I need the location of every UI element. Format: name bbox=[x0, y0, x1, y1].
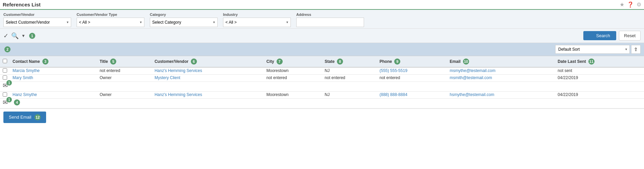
person-search-icon[interactable]: 🔍 bbox=[11, 32, 19, 40]
search-button-label: Search bbox=[596, 33, 610, 38]
row-title-1: Owner bbox=[97, 75, 152, 82]
customer-vendor-link-0[interactable]: Hanz's Hemming Services bbox=[155, 68, 202, 73]
table-row: Marcia Smythe not entered Hanz's Hemming… bbox=[0, 67, 644, 75]
row-email-2: hsmythe@testemail.com bbox=[447, 92, 555, 99]
sort-direction-button[interactable]: ⇧ bbox=[631, 45, 641, 54]
customer-vendor-type-select-wrapper: < All > bbox=[77, 18, 144, 27]
reset-button[interactable]: Reset bbox=[619, 31, 641, 41]
address-input[interactable] bbox=[296, 18, 364, 27]
th-customer-vendor: Customer/Vendor 6 bbox=[152, 56, 264, 68]
customer-vendor-type-select[interactable]: < All > bbox=[77, 18, 144, 27]
page-footer: Send Email 12 bbox=[0, 108, 644, 126]
th-contact-name: Contact Name 3 bbox=[10, 56, 97, 68]
row-contact-name-0: Marcia Smythe bbox=[10, 67, 97, 75]
industry-select-wrapper: < All > bbox=[223, 18, 291, 27]
th-badge-5: 5 bbox=[110, 58, 116, 65]
row-customer-vendor-0: Hanz's Hemming Services bbox=[152, 67, 264, 75]
table-row: Hanz Smythe Owner Hanz's Hemming Service… bbox=[0, 92, 644, 99]
send-email-label: Send Email bbox=[9, 115, 31, 120]
category-select-wrapper: Select Category bbox=[150, 18, 218, 27]
th-state: State 8 bbox=[322, 56, 377, 68]
row-email-0: msmythe@testemail.com bbox=[447, 67, 555, 75]
customer-vendor-type-label: Customer/Vendor Type bbox=[77, 13, 144, 17]
email-icon-row: ✉ 1 bbox=[0, 82, 644, 92]
th-city: City 7 bbox=[264, 56, 322, 68]
email-link-1[interactable]: msmith@testemail.com bbox=[450, 75, 492, 80]
th-contact-name-label: Contact Name bbox=[13, 59, 40, 64]
row-phone-0: (555) 555-5519 bbox=[377, 67, 447, 75]
email-link-0[interactable]: msmythe@testemail.com bbox=[450, 68, 496, 73]
address-filter: Address bbox=[296, 13, 364, 27]
customer-vendor-select[interactable]: Select Customer/Vendor bbox=[3, 18, 71, 27]
industry-select[interactable]: < All > bbox=[223, 18, 291, 27]
phone-link-2[interactable]: (888) 888-8884 bbox=[380, 92, 407, 97]
th-badge-8: 8 bbox=[337, 58, 343, 65]
customer-vendor-select-wrapper: Select Customer/Vendor bbox=[3, 18, 71, 27]
row-date-last-sent-2: 04/22/2019 bbox=[555, 92, 644, 99]
customer-vendor-label: Customer/Vendor bbox=[3, 13, 71, 17]
row-customer-vendor-1: Mystery Client bbox=[152, 75, 264, 82]
th-title-label: Title bbox=[100, 59, 108, 64]
phone-link-0[interactable]: (555) 555-5519 bbox=[380, 68, 407, 73]
contact-name-link-0[interactable]: Marcia Smythe bbox=[13, 68, 40, 73]
star-icon[interactable]: ★ bbox=[620, 1, 624, 8]
th-state-label: State bbox=[325, 59, 335, 64]
customer-vendor-filter: Customer/Vendor Select Customer/Vendor bbox=[3, 13, 71, 27]
select-all-checkbox[interactable] bbox=[3, 59, 7, 63]
th-badge-7: 7 bbox=[277, 58, 283, 65]
customer-vendor-link-1[interactable]: Mystery Client bbox=[155, 75, 180, 80]
row-city-2: Moorestown bbox=[264, 92, 322, 99]
check-icon[interactable]: ✓ bbox=[3, 32, 8, 40]
contact-name-link-1[interactable]: Mary Smith bbox=[13, 75, 33, 80]
th-badge-6: 6 bbox=[191, 58, 197, 65]
row-title-2: Owner bbox=[97, 92, 152, 99]
row-contact-name-2: Hanz Smythe bbox=[10, 92, 97, 99]
action-row: ✓ 🔍 ▼ 1 Search Reset bbox=[0, 29, 644, 43]
row-phone-1: not entered bbox=[377, 75, 447, 82]
data-table: Contact Name 3 Title 5 Customer/Vendor 6 bbox=[0, 56, 644, 108]
row-title-0: not entered bbox=[97, 67, 152, 75]
table-row: Mary Smith Owner Mystery Client not ente… bbox=[0, 75, 644, 82]
th-badge-3: 3 bbox=[42, 58, 48, 65]
th-date-last-sent: Date Last Sent 11 bbox=[555, 56, 644, 68]
row-checkbox-2[interactable] bbox=[3, 92, 7, 97]
search-button[interactable]: Search bbox=[583, 31, 616, 40]
row-state-0: NJ bbox=[322, 67, 377, 75]
category-label: Category bbox=[150, 13, 218, 17]
category-select[interactable]: Select Category bbox=[150, 18, 218, 27]
row-email-1: msmith@testemail.com bbox=[447, 75, 555, 82]
row-checkbox-1[interactable] bbox=[3, 75, 7, 80]
email-icon-cell-2: ✉ 1 4 bbox=[0, 99, 644, 108]
sort-select[interactable]: Default Sort bbox=[555, 45, 630, 54]
email-link-2[interactable]: hsmythe@testemail.com bbox=[450, 92, 495, 97]
gear-icon[interactable]: ⚙ bbox=[637, 1, 641, 8]
customer-vendor-link-2[interactable]: Hanz's Hemming Services bbox=[155, 92, 202, 97]
row-state-2: NJ bbox=[322, 92, 377, 99]
th-email: Email 10 bbox=[447, 56, 555, 68]
email-count-badge-2: 1 bbox=[6, 97, 12, 102]
th-title: Title 5 bbox=[97, 56, 152, 68]
row-date-last-sent-1: 04/22/2019 bbox=[555, 75, 644, 82]
row-city-0: Moorestown bbox=[264, 67, 322, 75]
contact-name-link-2[interactable]: Hanz Smythe bbox=[13, 92, 37, 97]
row-checkbox-0[interactable] bbox=[3, 68, 7, 73]
filter-area: Customer/Vendor Select Customer/Vendor C… bbox=[0, 10, 644, 29]
row-check-0[interactable] bbox=[0, 67, 10, 75]
th-email-label: Email bbox=[450, 59, 461, 64]
page-title: References List bbox=[3, 2, 41, 7]
send-email-button[interactable]: Send Email 12 bbox=[3, 112, 46, 123]
sort-wrapper: Default Sort ⇧ bbox=[555, 45, 641, 54]
row-badge-4: 4 bbox=[14, 99, 20, 105]
radio-dot-icon bbox=[589, 34, 593, 38]
email-icon-cell-1: ✉ 1 bbox=[0, 82, 644, 92]
th-phone: Phone 9 bbox=[377, 56, 447, 68]
email-icon-row: ✉ 1 4 bbox=[0, 99, 644, 108]
industry-label: Industry bbox=[223, 13, 291, 17]
th-badge-11: 11 bbox=[588, 58, 595, 65]
th-date-last-sent-label: Date Last Sent bbox=[558, 59, 586, 64]
th-phone-label: Phone bbox=[380, 59, 392, 64]
dropdown-arrow-icon[interactable]: ▼ bbox=[21, 33, 25, 38]
help-icon[interactable]: ❓ bbox=[627, 1, 634, 8]
filter-row: Customer/Vendor Select Customer/Vendor C… bbox=[3, 13, 641, 27]
th-badge-10: 10 bbox=[463, 58, 469, 65]
